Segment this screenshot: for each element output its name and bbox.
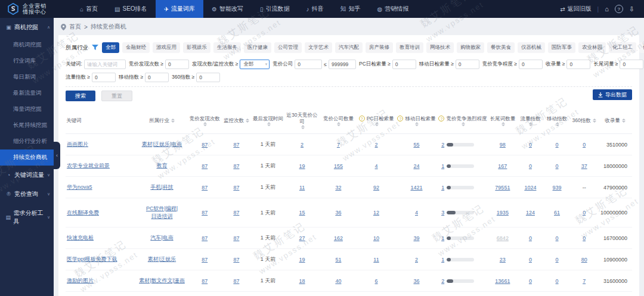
sort-icon[interactable] bbox=[246, 119, 249, 123]
cell-mobile-search-link[interactable]: 24 bbox=[413, 163, 419, 169]
sort-icon[interactable] bbox=[501, 122, 505, 126]
sort-icon[interactable] bbox=[593, 119, 596, 123]
industry-tag[interactable]: 餐饮美食 bbox=[487, 42, 515, 53]
cell-monitor-link[interactable]: 87 bbox=[233, 210, 239, 216]
column-header[interactable]: ?竞价竞争激烈程度 bbox=[437, 108, 488, 134]
industry-link[interactable]: PC软件|编程| bbox=[136, 205, 188, 213]
breadcrumb-home[interactable]: 首页 bbox=[69, 23, 81, 31]
cell-flow-index-link[interactable]: 0 bbox=[529, 163, 532, 169]
filter-input-bid-company-max[interactable] bbox=[329, 60, 356, 69]
cell-flow-index-link[interactable]: 0 bbox=[529, 278, 532, 284]
industry-link[interactable]: 素材|泛娱乐|电商 bbox=[136, 141, 188, 148]
filter-input-longtail-count[interactable] bbox=[620, 60, 643, 69]
cell-monitor-link[interactable]: 87 bbox=[233, 235, 239, 241]
column-header[interactable]: 竞价发现次数 bbox=[188, 108, 221, 134]
cell-company-count-link[interactable]: 32 bbox=[335, 185, 341, 191]
filter-input-mobile-daily-search[interactable] bbox=[456, 60, 479, 69]
funnel-icon[interactable] bbox=[92, 45, 98, 51]
index-360-link[interactable]: 0 bbox=[583, 142, 586, 148]
keyword-link[interactable]: 画画图片 bbox=[67, 141, 88, 147]
column-header[interactable]: 流量指数 bbox=[517, 108, 544, 134]
cell-flow-index-link[interactable]: 1024 bbox=[524, 185, 536, 191]
cell-mobile-index-link[interactable]: 0 bbox=[556, 257, 559, 263]
nav-item-zhihu[interactable]: 知知乎 bbox=[332, 0, 369, 18]
sort-icon[interactable] bbox=[301, 125, 305, 129]
column-header[interactable]: 最后发现时间 bbox=[252, 108, 284, 134]
cell-flow-index-link[interactable]: 0 bbox=[529, 257, 532, 263]
cell-pc-search-link[interactable]: 6 bbox=[375, 278, 378, 284]
cell-company-count-link[interactable]: 162 bbox=[334, 235, 343, 241]
column-header[interactable]: 长尾词数量 bbox=[488, 108, 517, 134]
sort-icon[interactable] bbox=[203, 122, 207, 126]
cell-companies-30d-link[interactable]: 19 bbox=[299, 163, 305, 169]
industry-tag[interactable]: 仪器机械 bbox=[518, 42, 545, 53]
cell-company-count-link[interactable]: 7 bbox=[337, 142, 340, 148]
longtail-link[interactable]: 79551 bbox=[495, 185, 510, 191]
nav-item-smart-rewrite[interactable]: ⚙智能改写 bbox=[203, 0, 252, 18]
industry-tag[interactable]: 汽车汽配 bbox=[335, 42, 363, 53]
cell-company-count-link[interactable]: 155 bbox=[334, 163, 343, 169]
cell-monitor-link[interactable]: 87 bbox=[233, 185, 239, 191]
cell-mobile-index-link[interactable]: 61 bbox=[554, 210, 560, 216]
back-to-old-version-button[interactable]: ⇄ 返回旧版 bbox=[560, 5, 591, 13]
nav-item-traffic-data[interactable]: ▯引流数据 bbox=[252, 0, 298, 18]
cell-pc-search-link[interactable]: 11 bbox=[373, 257, 379, 263]
cell-company-count-link[interactable]: 51 bbox=[335, 257, 341, 263]
sidebar-section-keyword-traffic[interactable]: ◔关键词流量∨ bbox=[0, 166, 54, 185]
cell-company-count-link[interactable]: 40 bbox=[335, 278, 341, 284]
sort-icon[interactable] bbox=[415, 122, 419, 126]
cell-flow-index-link[interactable]: 124 bbox=[526, 210, 535, 216]
cell-mobile-search-link[interactable]: 55 bbox=[413, 142, 419, 148]
cell-companies-30d-link[interactable]: 11 bbox=[299, 185, 305, 191]
industry-link[interactable]: 手机|科技 bbox=[136, 183, 188, 191]
column-header[interactable]: 所属行业 bbox=[135, 108, 188, 134]
filter-input-index-360[interactable] bbox=[196, 73, 220, 82]
sort-icon[interactable] bbox=[337, 122, 340, 126]
help-icon[interactable]: ? bbox=[359, 116, 365, 121]
longtail-link[interactable]: 13661 bbox=[495, 278, 510, 284]
index-360-link[interactable]: 80 bbox=[581, 257, 587, 263]
competition-link[interactable]: 3 bbox=[441, 210, 444, 216]
cell-mobile-index-link[interactable]: 0 bbox=[556, 142, 559, 148]
competition-link[interactable]: 1 bbox=[441, 257, 444, 263]
index-360-link[interactable]: 7 bbox=[583, 278, 586, 284]
nav-item-home[interactable]: ⌂首页 bbox=[72, 0, 106, 18]
help-icon[interactable]: ? bbox=[438, 116, 444, 121]
column-header[interactable]: ?移动日检索量 bbox=[396, 108, 437, 134]
sort-icon[interactable] bbox=[375, 122, 379, 126]
cell-pc-search-link[interactable]: 10 bbox=[373, 235, 379, 241]
keyword-link[interactable]: 华为nova5 bbox=[67, 184, 92, 190]
index-360-link[interactable]: 37 bbox=[581, 163, 587, 169]
cell-mobile-index-link[interactable]: 0 bbox=[556, 163, 559, 169]
nav-item-douyin[interactable]: ♪抖音 bbox=[298, 0, 332, 18]
industry-tag[interactable]: 游戏应用 bbox=[153, 42, 180, 53]
cell-monitor-link[interactable]: 87 bbox=[233, 278, 239, 284]
industry-link[interactable]: 素材|散文作文|漫画 bbox=[136, 277, 188, 285]
column-header[interactable]: 移动指数 bbox=[544, 108, 571, 134]
cell-monitor-link[interactable]: 87 bbox=[233, 142, 239, 148]
sidebar-item-link[interactable]: 细分行业分析 bbox=[0, 133, 54, 149]
cell-companies-30d-link[interactable]: 27 bbox=[299, 235, 305, 241]
cell-pc-search-link[interactable]: 12 bbox=[373, 210, 379, 216]
longtail-link[interactable]: 1935 bbox=[497, 210, 509, 216]
nav-item-traffic-lexicon[interactable]: ✈流量词库 bbox=[156, 0, 203, 18]
search-button[interactable]: 搜索 bbox=[66, 91, 95, 101]
industry-link[interactable]: 素材|泛娱乐 bbox=[136, 256, 188, 263]
cell-bid-found-link[interactable]: 87 bbox=[202, 257, 208, 263]
keyword-link[interactable]: 医学ppt模板免费下载 bbox=[67, 256, 117, 262]
cell-companies-30d-link[interactable]: 2 bbox=[301, 142, 304, 148]
cell-bid-found-link[interactable]: 87 bbox=[202, 163, 208, 169]
filter-input-bid-found-count[interactable] bbox=[165, 60, 189, 69]
cell-mobile-search-link[interactable]: 2 bbox=[415, 257, 418, 263]
cell-flow-index-link[interactable]: 0 bbox=[529, 142, 532, 148]
cell-bid-found-link[interactable]: 87 bbox=[202, 235, 208, 241]
column-header[interactable]: 收录量 bbox=[598, 108, 632, 134]
cell-monitor-link[interactable]: 87 bbox=[233, 257, 239, 263]
industry-tag[interactable]: 农业林园 bbox=[578, 42, 606, 53]
longtail-link[interactable]: 6842 bbox=[497, 235, 509, 241]
cell-mobile-search-link[interactable]: 4 bbox=[415, 210, 418, 216]
help-icon[interactable]: ? bbox=[615, 5, 623, 13]
industry-tag[interactable]: 化工轻工 bbox=[609, 42, 636, 53]
competition-link[interactable]: 2 bbox=[441, 278, 444, 284]
sidebar-item-link[interactable]: 长尾持续挖掘 bbox=[0, 117, 54, 133]
